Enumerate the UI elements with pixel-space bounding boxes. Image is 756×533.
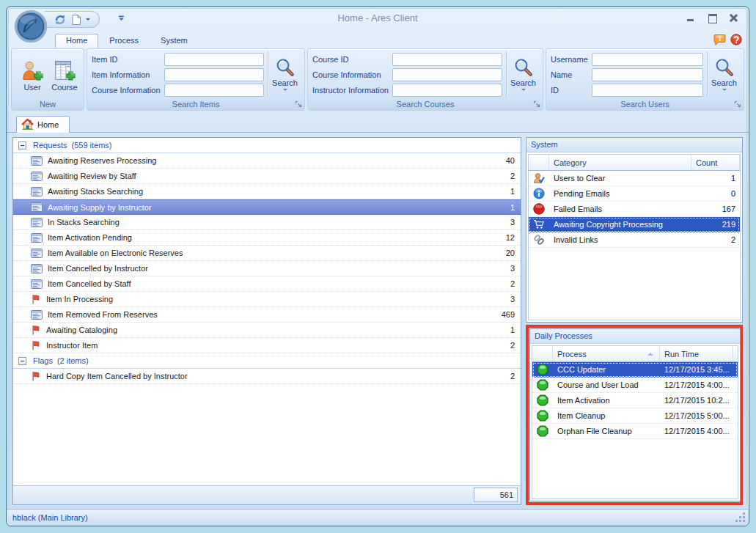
queue-icon (31, 264, 43, 273)
list-item[interactable]: Hard Copy Item Cancelled by Instructor 2 (13, 369, 521, 384)
list-item[interactable]: Awaiting Cataloging 1 (13, 323, 521, 338)
system-panel-title: System (526, 138, 742, 152)
about-icon[interactable] (713, 34, 726, 45)
app-window: Home - Ares Client Home Process System U… (6, 6, 749, 526)
cart-icon (533, 219, 545, 229)
queue-icon (31, 218, 43, 227)
close-icon[interactable] (729, 13, 738, 22)
item-information-input[interactable] (164, 68, 264, 81)
course-information-label: Course Information (92, 86, 161, 95)
username-input[interactable] (592, 53, 703, 66)
queue-icon (31, 172, 43, 181)
collapse-icon[interactable] (18, 357, 26, 365)
id-label: ID (551, 86, 588, 95)
icon-column-header[interactable] (532, 346, 553, 361)
ribbon: User Course New Item ID Item Information… (7, 48, 749, 114)
daily-processes-panel: Daily Processes Process Run Time (529, 328, 741, 501)
item-id-input[interactable] (164, 53, 264, 66)
daily-processes-table: Process Run Time CCC Updater 12/17/2015 … (532, 345, 738, 499)
username-label: Username (551, 55, 588, 64)
course-information-input[interactable] (392, 68, 502, 81)
new-user-icon (20, 60, 45, 82)
list-item[interactable]: Item Cancelled by Instructor 3 (13, 261, 521, 276)
name-input[interactable] (592, 68, 703, 81)
status-ok-icon (537, 425, 548, 437)
search-users-button[interactable]: Search (707, 51, 741, 98)
queue-icon (31, 310, 43, 320)
tab-system[interactable]: System (150, 34, 199, 48)
tab-process[interactable]: Process (98, 34, 150, 48)
table-row[interactable]: Course and User Load 12/17/2015 4:00... (532, 378, 738, 393)
flag-icon (31, 340, 41, 350)
home-icon (21, 119, 34, 130)
content-area: Requests (559 items) Awaiting Reserves P… (7, 133, 749, 509)
list-item[interactable]: In Stacks Searching 3 (13, 215, 521, 230)
maximize-icon[interactable] (708, 13, 717, 22)
group-caption-search-items: Search Items (87, 99, 304, 110)
help-icon[interactable] (730, 34, 742, 45)
list-item[interactable]: Awaiting Stacks Searching 1 (13, 184, 521, 199)
tab-home[interactable]: Home (55, 34, 98, 48)
dialog-launcher-icon[interactable] (533, 100, 541, 109)
status-ok-icon (537, 394, 548, 406)
search-courses-button[interactable]: Search (506, 51, 540, 98)
table-row[interactable]: Pending Emails 0 (529, 186, 740, 202)
table-row[interactable]: Item Cleanup 12/17/2015 5:00... (532, 408, 738, 424)
list-item[interactable]: Awaiting Reserves Processing 40 (13, 153, 521, 169)
document-tab-strip: Home (7, 114, 749, 133)
queue-icon (31, 279, 43, 289)
category-column-header[interactable]: Category (549, 155, 691, 170)
minimize-icon[interactable] (686, 13, 696, 22)
daily-processes-highlight-border: Daily Processes Process Run Time (526, 325, 743, 505)
icon-column-header[interactable] (529, 155, 549, 170)
course-id-input[interactable] (392, 53, 502, 66)
collapse-icon[interactable] (18, 141, 26, 150)
ribbon-group-search-courses: Course ID Course Information Instructor … (307, 48, 543, 111)
list-item[interactable]: Item Removed From Reserves 469 (13, 307, 521, 323)
search-items-button[interactable]: Search (268, 51, 301, 98)
group-caption-search-courses: Search Courses (308, 99, 543, 110)
list-item[interactable]: Instructor Item 2 (13, 338, 521, 353)
flag-icon (31, 325, 41, 335)
dialog-launcher-icon[interactable] (734, 100, 742, 109)
queue-icon (31, 249, 43, 258)
queue-icon (31, 202, 43, 212)
course-information-input[interactable] (164, 84, 264, 97)
course-id-label: Course ID (312, 55, 389, 64)
list-item[interactable]: Awaiting Review by Staff 2 (13, 169, 521, 184)
link-icon (533, 234, 545, 246)
window-controls (686, 13, 738, 22)
list-item[interactable]: Item In Processing 3 (13, 292, 521, 307)
table-row-selected[interactable]: Awaiting Copyright Processing 219 (529, 217, 740, 232)
count-column-header[interactable]: Count (691, 155, 740, 170)
group-header-requests[interactable]: Requests (559 items) (13, 138, 521, 153)
application-menu-button[interactable] (14, 10, 48, 43)
item-information-label: Item Information (92, 70, 161, 79)
list-item[interactable]: Item Available on Electronic Reserves 20 (13, 246, 521, 261)
list-item[interactable]: Item Cancelled by Staff 2 (13, 276, 521, 292)
document-tab-home[interactable]: Home (16, 116, 70, 133)
new-user-button[interactable]: User (16, 58, 48, 92)
item-id-label: Item ID (92, 55, 161, 64)
table-row[interactable]: Users to Clear 1 (529, 171, 740, 186)
instructor-information-input[interactable] (392, 84, 502, 97)
empty-column-header (733, 346, 738, 361)
table-row-selected[interactable]: CCC Updater 12/17/2015 3:45... (532, 362, 738, 378)
process-column-header[interactable]: Process (553, 346, 660, 361)
search-icon (715, 58, 734, 77)
list-item-selected[interactable]: Awaiting Supply by Instructor 1 (13, 199, 521, 215)
list-item[interactable]: Item Activation Pending 12 (13, 230, 521, 246)
resize-grip[interactable] (735, 512, 745, 522)
table-row[interactable]: Item Activation 12/17/2015 10:2... (532, 393, 738, 408)
group-caption-new: New (12, 99, 84, 110)
run-time-column-header[interactable]: Run Time (660, 346, 733, 361)
table-row[interactable]: Failed Emails 167 (529, 202, 740, 217)
search-dropdown-icon (283, 89, 287, 91)
id-input[interactable] (592, 84, 703, 97)
table-row[interactable]: Invalid Links 2 (529, 232, 740, 248)
group-header-flags[interactable]: Flags (2 items) (13, 353, 521, 369)
table-row[interactable]: Orphan File Cleanup 12/17/2015 4:00... (532, 424, 738, 439)
new-course-button[interactable]: Course (48, 58, 81, 92)
system-table-header: Category Count (529, 155, 740, 171)
dialog-launcher-icon[interactable] (295, 100, 303, 109)
